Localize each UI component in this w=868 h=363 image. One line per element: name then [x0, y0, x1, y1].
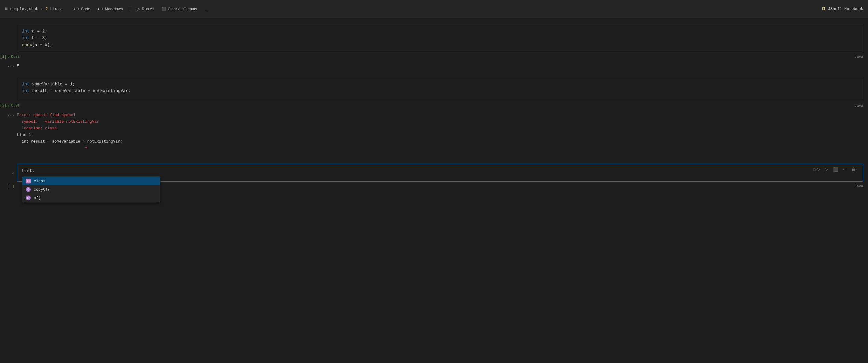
more-icon: ... — [204, 7, 208, 11]
divider-2 — [0, 154, 868, 164]
cell-1-code: int a = 2; int b = 3; show(a + b); — [22, 28, 858, 48]
cell-2-error-output: Error: cannot find symbol symbol: variab… — [17, 112, 868, 152]
error-caret-line: ^ — [17, 145, 863, 152]
app-name: JShell Notebook — [828, 7, 863, 11]
breadcrumb: ≡ sample.jshnb › J List. — [5, 6, 62, 12]
error-line-5: int result = someVariable + notExistingV… — [17, 138, 863, 145]
autocomplete-item-copyof[interactable]: ⬡ copyOf( — [22, 185, 160, 194]
of-icon: ⬡ — [26, 196, 31, 200]
more-button[interactable]: ... — [201, 5, 211, 12]
cell-split-button[interactable]: ⬛ — [832, 166, 839, 172]
class-icon: ⬡ — [26, 179, 31, 184]
cell-1-editor[interactable]: int a = 2; int b = 3; show(a + b); — [17, 24, 863, 52]
add-code-label: + Code — [77, 7, 90, 11]
cell-3-run-icon[interactable]: ▷ — [12, 170, 14, 175]
error-line-2: symbol: variable notExistingVar — [17, 119, 863, 125]
cell-2-status-label: [2] ✓ 0.0s — [0, 103, 22, 108]
error-line-3: location: class — [17, 125, 863, 132]
cell-1-editor-row: int a = 2; int b = 3; show(a + b); — [0, 24, 868, 52]
cell-2-number: [2] — [0, 103, 7, 108]
cell-1-output-value: 5 — [17, 63, 868, 69]
cell-2-lang: Java — [22, 104, 868, 108]
cell-3-editor[interactable]: ▷▷ ▷ ⬛ ··· 🗑 List. ⬡ class ⬡ copyOf( — [17, 164, 863, 182]
divider-1 — [0, 72, 868, 77]
clear-all-label: Clear All Outputs — [168, 7, 197, 11]
breadcrumb-sep: › — [41, 7, 43, 11]
cell-3-number: [ ] — [8, 184, 14, 189]
cell-more-button[interactable]: ··· — [842, 166, 848, 172]
cell-3-tools: ▷▷ ▷ ⬛ ··· 🗑 — [812, 166, 857, 172]
cell-2-editor-row: int someVariable = 1; int result = someV… — [0, 77, 868, 101]
cell-1-status-label: [1] ✓ 0.2s — [0, 55, 22, 59]
cell-3-editor-row: ▷ ▷▷ ▷ ⬛ ··· 🗑 List. ⬡ class — [0, 164, 868, 182]
breadcrumb-title: List. — [50, 7, 62, 11]
cell-2-time: 0.0s — [11, 103, 20, 108]
cell-3: ▷ ▷▷ ▷ ⬛ ··· 🗑 List. ⬡ class — [0, 164, 868, 191]
cell-1-check: ✓ — [8, 55, 10, 59]
run-all-button[interactable]: ▷ Run All — [134, 5, 157, 12]
add-code-button[interactable]: + + Code — [70, 5, 93, 12]
clear-all-button[interactable]: ⬛ Clear All Outputs — [159, 5, 200, 12]
cell-run-button[interactable]: ▷ — [824, 166, 830, 172]
clear-icon: ⬛ — [161, 7, 166, 11]
cell-1-lang: Java — [22, 55, 868, 59]
notebook-icon: 🗒 — [822, 7, 826, 11]
cell-1-status: [1] ✓ 0.2s Java — [0, 52, 868, 62]
cell-1-number: [1] — [0, 55, 7, 59]
cell-3-code[interactable]: List. — [22, 167, 858, 174]
error-line-4: Line 1: — [17, 132, 863, 138]
cell-2-check: ✓ — [8, 103, 10, 108]
cell-1-time: 0.2s — [11, 55, 20, 59]
app-name-area: 🗒 JShell Notebook — [822, 7, 863, 11]
copyof-icon: ⬡ — [26, 187, 31, 192]
cell-3-status-label: [ ] — [0, 184, 17, 189]
plus-icon: + — [73, 7, 76, 11]
error-line-1: Error: cannot find symbol — [17, 112, 863, 119]
cell-2-gutter — [0, 77, 17, 101]
autocomplete-of-label: of( — [34, 196, 41, 200]
cell-2-output-label: ... — [0, 112, 17, 117]
cell-2-status: [2] ✓ 0.0s Java — [0, 101, 868, 111]
cell-1-output-label: ... — [0, 63, 17, 68]
cell-2-editor[interactable]: int someVariable = 1; int result = someV… — [17, 77, 863, 101]
autocomplete-dropdown[interactable]: ⬡ class ⬡ copyOf( ⬡ of( — [22, 176, 160, 202]
breadcrumb-file[interactable]: sample.jshnb — [10, 7, 38, 11]
breadcrumb-j-icon: J — [45, 7, 48, 11]
cell-2: int someVariable = 1; int result = someV… — [0, 77, 868, 154]
menu-icon: ≡ — [5, 6, 8, 12]
add-markdown-label: + Markdown — [101, 7, 123, 11]
autocomplete-item-class[interactable]: ⬡ class — [22, 177, 160, 185]
cell-1-output: ... 5 — [0, 62, 868, 72]
cell-1: int a = 2; int b = 3; show(a + b); [1] ✓… — [0, 24, 868, 72]
separator: | — [128, 6, 132, 12]
run-all-icon: ▷ — [137, 7, 140, 11]
autocomplete-copyof-label: copyOf( — [34, 187, 50, 192]
toolbar: ≡ sample.jshnb › J List. + + Code + + Ma… — [0, 0, 868, 18]
cell-delete-button[interactable]: 🗑 — [850, 166, 857, 172]
autocomplete-item-of[interactable]: ⬡ of( — [22, 194, 160, 202]
cell-3-gutter: ▷ — [0, 164, 17, 182]
cell-2-code: int someVariable = 1; int result = someV… — [22, 81, 858, 94]
plus-icon-md: + — [97, 7, 100, 11]
cell-run-above-button[interactable]: ▷▷ — [812, 166, 822, 172]
run-all-label: Run All — [142, 7, 154, 11]
notebook-main: int a = 2; int b = 3; show(a + b); [1] ✓… — [0, 18, 868, 363]
add-markdown-button[interactable]: + + Markdown — [94, 5, 126, 12]
cell-2-output: ... Error: cannot find symbol symbol: va… — [0, 111, 868, 154]
cell-1-gutter — [0, 24, 17, 52]
autocomplete-class-label: class — [34, 179, 45, 184]
